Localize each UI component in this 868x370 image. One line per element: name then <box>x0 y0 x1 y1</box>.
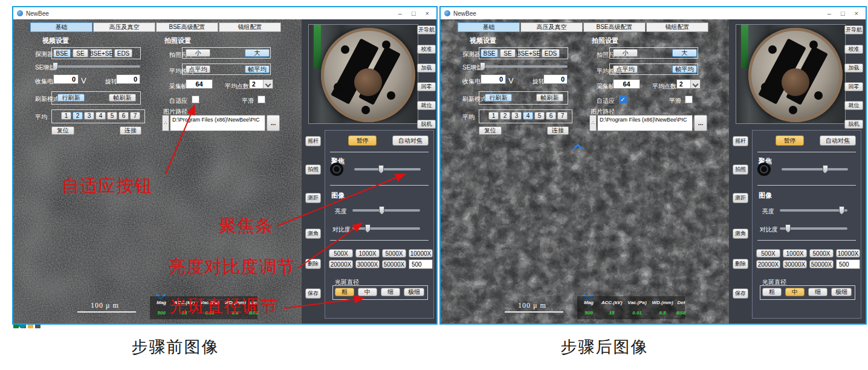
measure-distance-button[interactable]: 测距 <box>733 193 748 203</box>
spot-extrafine-button[interactable]: 极细 <box>404 288 424 296</box>
detector-bse-se-button[interactable]: BSE+SE <box>517 49 540 57</box>
focus-slider[interactable] <box>782 168 848 170</box>
offline-button[interactable]: 脱机 <box>417 120 436 129</box>
avg-frame-button[interactable]: 帧平均 <box>245 65 270 73</box>
avg-point-button[interactable]: 点平均 <box>613 65 638 73</box>
mag-30000x-button[interactable]: 30000X <box>355 260 380 268</box>
smooth-checkbox[interactable] <box>685 96 693 103</box>
save-button[interactable]: 保存 <box>733 288 748 299</box>
se-gain-slider[interactable] <box>481 65 568 68</box>
path-input[interactable]: D:\Program Files (x86)\NewBee\PIC <box>597 115 693 131</box>
reset-button[interactable]: 复位 <box>51 126 74 135</box>
mag-input[interactable]: 500 <box>836 259 860 269</box>
nav-open-button[interactable]: 开导航 <box>844 25 863 34</box>
maximize-icon[interactable]: □ <box>841 10 845 17</box>
adaptive-checkbox[interactable] <box>192 96 199 103</box>
spot-coarse-button[interactable]: 粗 <box>335 288 354 296</box>
se-gain-slider[interactable] <box>53 65 140 68</box>
joystick-button[interactable]: 摇杆 <box>733 136 748 146</box>
measure-angle-button[interactable]: 测角 <box>733 229 748 239</box>
reset-button[interactable]: 复位 <box>479 126 502 135</box>
mag-10000x-button[interactable]: 10000X <box>836 249 860 258</box>
delete-button[interactable]: 删除 <box>305 259 321 269</box>
spot-fine-button[interactable]: 细 <box>808 288 828 296</box>
mag-30000x-button[interactable]: 30000X <box>783 260 807 268</box>
rotation-input[interactable]: 0 <box>116 74 140 84</box>
brightness-slider-thumb[interactable] <box>379 206 384 215</box>
refresh-frame-button[interactable]: 帧刷新 <box>109 94 136 102</box>
detector-eds-button[interactable]: EDS <box>114 49 132 57</box>
maximize-icon[interactable]: □ <box>412 10 416 17</box>
mag-5000x-button[interactable]: 5000X <box>382 249 406 258</box>
autofocus-button[interactable]: 自动对焦 <box>392 135 429 146</box>
browse-button[interactable]: ... <box>267 115 280 131</box>
calibrate-button[interactable]: 校准 <box>844 45 863 54</box>
frames-input[interactable]: 64 <box>613 79 640 89</box>
detector-bse-button[interactable]: BSE <box>53 49 71 57</box>
mag-500x-button[interactable]: 500X <box>329 249 353 258</box>
size-small-button[interactable]: 小 <box>613 49 638 57</box>
spot-coarse-button[interactable]: 粗 <box>762 288 782 296</box>
offline-button[interactable]: 脱机 <box>844 120 863 129</box>
minimize-icon[interactable]: – <box>828 10 831 17</box>
tab-lens-config[interactable]: 镜组配置 <box>219 22 281 32</box>
collect-voltage-input[interactable]: 0 <box>481 74 506 84</box>
save-button[interactable]: 保存 <box>305 288 321 299</box>
average-1-button[interactable]: 1 <box>488 112 499 120</box>
detector-eds-button[interactable]: EDS <box>542 49 560 57</box>
close-icon[interactable]: × <box>855 10 858 17</box>
spot-medium-button[interactable]: 中 <box>358 288 377 296</box>
pause-button[interactable]: 暂停 <box>776 135 804 146</box>
calibrate-button[interactable]: 校准 <box>417 45 436 54</box>
nav-open-button[interactable]: 开导航 <box>417 25 436 34</box>
spot-extrafine-button[interactable]: 极细 <box>831 288 852 296</box>
contrast-slider[interactable] <box>780 227 847 230</box>
avg-point-button[interactable]: 点平均 <box>186 65 210 73</box>
snapshot-button[interactable]: 拍照 <box>733 164 748 175</box>
tab-hv-vacuum[interactable]: 高压及真空 <box>520 22 583 32</box>
refresh-frame-button[interactable]: 帧刷新 <box>536 94 563 102</box>
average-3-button[interactable]: 3 <box>84 112 94 120</box>
focus-slider[interactable] <box>354 168 421 170</box>
frames-input[interactable]: 64 <box>186 79 213 89</box>
rotation-input[interactable]: 0 <box>543 74 568 84</box>
mag-50000x-button[interactable]: 50000X <box>809 260 834 268</box>
refresh-line-button[interactable]: 行刷新 <box>485 94 512 102</box>
contrast-slider-thumb[interactable] <box>785 224 791 233</box>
mag-1000x-button[interactable]: 1000X <box>783 249 807 258</box>
average-5-button[interactable]: 5 <box>534 112 545 120</box>
avg-points-combo[interactable]: 2 <box>676 79 701 89</box>
smooth-checkbox[interactable] <box>257 96 265 103</box>
in-position-button[interactable]: 就位 <box>844 101 863 110</box>
spot-fine-button[interactable]: 细 <box>381 288 400 296</box>
detector-se-button[interactable]: SE <box>500 49 516 57</box>
load-button[interactable]: 加载 <box>844 63 863 73</box>
mag-10000x-button[interactable]: 10000X <box>409 249 433 258</box>
mag-5000x-button[interactable]: 5000X <box>809 249 834 258</box>
measure-angle-button[interactable]: 测角 <box>305 229 321 239</box>
average-2-button[interactable]: 2 <box>500 112 510 120</box>
contrast-slider[interactable] <box>352 227 420 230</box>
snapshot-button[interactable]: 拍照 <box>305 164 321 175</box>
brightness-slider[interactable] <box>352 209 420 212</box>
brightness-slider[interactable] <box>780 209 847 212</box>
focus-slider-thumb[interactable] <box>823 165 828 174</box>
adaptive-checkbox[interactable] <box>619 96 627 103</box>
size-small-button[interactable]: 小 <box>186 49 210 57</box>
delete-button[interactable]: 删除 <box>733 259 748 269</box>
detector-se-button[interactable]: SE <box>73 49 88 57</box>
avg-points-combo[interactable]: 2 <box>249 79 273 89</box>
tab-bse-advanced[interactable]: BSE高级配置 <box>583 22 646 32</box>
average-4-button[interactable]: 4 <box>96 112 106 120</box>
pause-button[interactable]: 暂停 <box>348 135 377 146</box>
detector-bse-se-button[interactable]: BSE+SE <box>90 49 112 57</box>
close-icon[interactable]: × <box>426 10 429 17</box>
average-7-button[interactable]: 7 <box>130 112 140 120</box>
in-position-button[interactable]: 就位 <box>417 101 436 110</box>
zero-button[interactable]: 回零 <box>844 82 863 91</box>
tab-lens-config[interactable]: 镜组配置 <box>646 22 708 32</box>
mag-20000x-button[interactable]: 20000X <box>756 260 780 268</box>
joystick-button[interactable]: 摇杆 <box>305 136 321 146</box>
mag-20000x-button[interactable]: 20000X <box>329 260 353 268</box>
average-3-button[interactable]: 3 <box>511 112 522 120</box>
